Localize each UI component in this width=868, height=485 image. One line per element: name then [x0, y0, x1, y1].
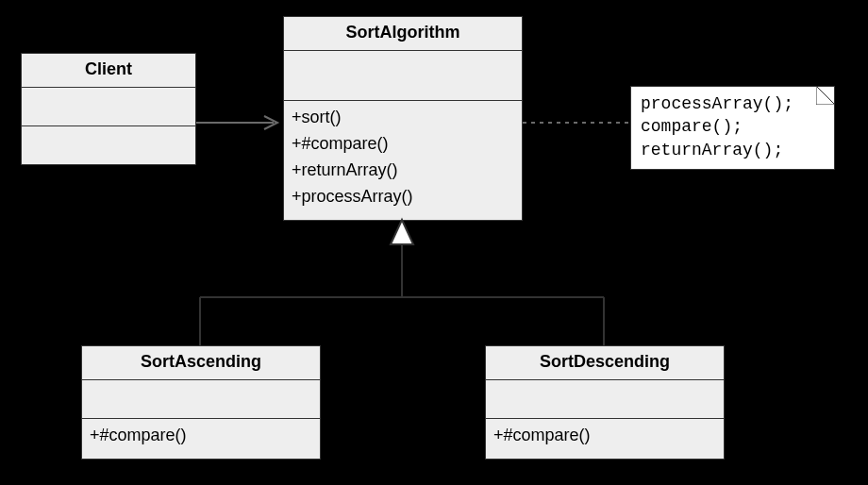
note-fold-icon — [816, 86, 835, 105]
class-sort-ascending: SortAscending +#compare() — [81, 345, 321, 460]
note-sort-body: processArray(); compare(); returnArray()… — [630, 86, 835, 170]
class-client-ops — [22, 126, 195, 164]
note-line: processArray(); — [641, 92, 825, 115]
generalization-arrowhead — [391, 220, 413, 244]
class-sort-algorithm: SortAlgorithm +sort() +#compare() +retur… — [283, 16, 523, 221]
class-client: Client — [21, 53, 196, 165]
op: +#compare() — [292, 131, 514, 158]
note-line: returnArray(); — [641, 139, 825, 161]
op: +processArray() — [292, 184, 514, 210]
class-sort-ascending-attrs — [82, 380, 320, 419]
class-sort-algorithm-name: SortAlgorithm — [284, 17, 522, 51]
op: +returnArray() — [292, 158, 514, 184]
class-sort-descending: SortDescending +#compare() — [485, 345, 725, 460]
class-sort-ascending-name: SortAscending — [82, 346, 320, 380]
class-sort-descending-ops: +#compare() — [486, 419, 724, 459]
note-line: compare(); — [641, 115, 825, 138]
class-sort-descending-name: SortDescending — [486, 346, 724, 380]
class-client-attrs — [22, 88, 195, 126]
class-sort-descending-attrs — [486, 380, 724, 419]
class-sort-ascending-ops: +#compare() — [82, 419, 320, 459]
op: +sort() — [292, 105, 514, 131]
arrow-client-to-sortalgorithm — [196, 116, 277, 129]
generalization-trunk — [200, 244, 604, 345]
svg-marker-3 — [391, 220, 413, 244]
op: +#compare() — [493, 423, 716, 449]
class-sort-algorithm-ops: +sort() +#compare() +returnArray() +proc… — [284, 101, 522, 220]
op: +#compare() — [90, 423, 312, 449]
class-client-name: Client — [22, 54, 195, 88]
class-sort-algorithm-attrs — [284, 51, 522, 101]
